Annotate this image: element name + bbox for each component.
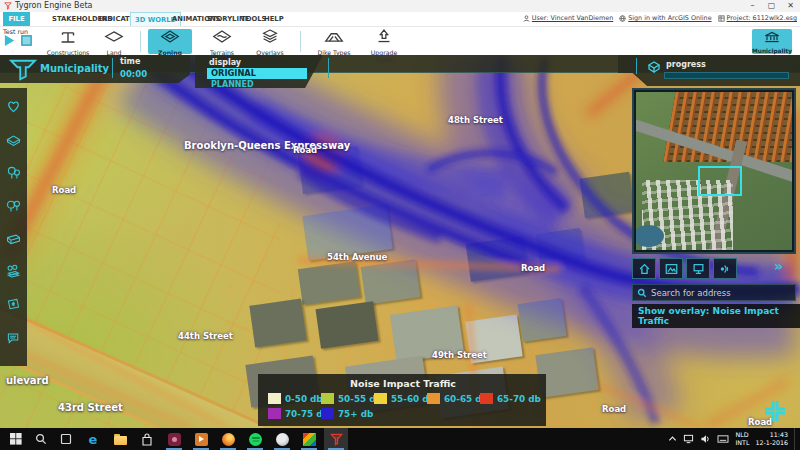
zoning-button[interactable]: Zoning	[148, 29, 192, 54]
user-link[interactable]: User: Vincent VanDiemen	[523, 14, 613, 22]
system-tray: NLD INTL 11:43 12-1-2016	[668, 428, 797, 450]
overlay-toast: Show overlay: Noise Impact Traffic	[632, 304, 800, 328]
coins-icon[interactable]	[5, 263, 22, 280]
street-label-49th: 49th Street	[432, 350, 487, 360]
stop-button[interactable]	[20, 34, 33, 47]
home-view-button[interactable]	[632, 258, 656, 279]
budget-icon[interactable]	[5, 296, 22, 313]
road-label: Road	[602, 404, 626, 414]
display-option-planned[interactable]: PLANNED	[211, 80, 254, 89]
task-view-icon	[60, 433, 72, 445]
tygron-engine-window: Road Brooklyn-Queens Expressway Road 48t…	[0, 0, 800, 450]
project-link[interactable]: Project: 6112wlk2.esg	[718, 14, 797, 22]
clock[interactable]: 11:43 12-1-2016	[755, 431, 788, 447]
hud-time-block: time 00:00	[120, 57, 147, 79]
upgrade-types-icon	[373, 29, 395, 44]
sound-button[interactable]	[713, 258, 737, 279]
road-label: Road	[293, 145, 317, 155]
terrains-label: Terrains	[200, 49, 244, 56]
address-search[interactable]: Search for address	[632, 284, 796, 301]
spotify-icon	[249, 433, 262, 446]
firefox-app[interactable]	[216, 428, 240, 450]
furniture-icon[interactable]	[5, 230, 22, 247]
forest-icon[interactable]	[5, 197, 22, 214]
taskbar-search-button[interactable]	[29, 428, 53, 450]
overlays-button[interactable]: Overlays	[248, 29, 292, 54]
project-label: Project: 6112wlk2.esg	[727, 14, 797, 22]
map-image-button[interactable]	[659, 258, 683, 279]
edge-app[interactable]: e	[81, 428, 105, 450]
language-indicator[interactable]: NLD INTL	[735, 431, 749, 447]
minimize-button[interactable]: –	[743, 0, 762, 12]
photos-app[interactable]	[297, 428, 321, 450]
terrains-icon	[211, 29, 233, 44]
legend-label: 65-70 db	[497, 394, 541, 404]
edge-icon: e	[89, 432, 98, 447]
media-play-icon	[195, 433, 208, 446]
street-label-44th: 44th Street	[178, 331, 233, 341]
language-primary: NLD	[735, 431, 749, 439]
time-label: time	[120, 57, 147, 66]
gitkraken-app[interactable]	[162, 428, 186, 450]
active-stakeholder[interactable]: Municipality	[40, 63, 109, 74]
media-app[interactable]	[189, 428, 213, 450]
constructions-icon	[57, 29, 79, 44]
hud-separator	[328, 58, 329, 78]
dike-types-button[interactable]: Dike Types	[312, 29, 356, 54]
image-icon	[664, 262, 679, 276]
zoning-label: Zoning	[148, 49, 192, 56]
show-desktop-button[interactable]	[794, 428, 797, 450]
hud-stakeholder-panel: Municipality	[0, 55, 190, 83]
maximize-button[interactable]: ▢	[762, 0, 781, 12]
notes-app[interactable]	[270, 428, 294, 450]
legend-title: Noise Impact Traffic	[268, 378, 538, 389]
legend-rows: 0-50 db 50-55 db 55-60 db 60-65 db 65-70…	[268, 393, 538, 423]
network-icon[interactable]	[683, 434, 694, 444]
menu-file[interactable]: FILE	[3, 12, 30, 26]
display-label: display	[209, 58, 241, 67]
store-app[interactable]	[135, 428, 159, 450]
spotify-app[interactable]	[243, 428, 267, 450]
legend-item: 70-75 db	[268, 408, 321, 419]
upgrade-types-button[interactable]: Upgrade Types	[362, 29, 406, 54]
volume-icon[interactable]	[700, 434, 711, 444]
legend-item: 55-60 db	[374, 393, 427, 404]
municipality-toolbar-button[interactable]: Municipality	[752, 29, 792, 54]
minimap-image[interactable]	[636, 92, 792, 250]
arcgis-signin-link[interactable]: Sign in with ArcGIS Online	[619, 14, 711, 22]
screen-button[interactable]	[686, 258, 710, 279]
menu-help[interactable]: HELP	[260, 12, 288, 26]
compass-crosshair-icon[interactable]	[762, 398, 788, 424]
minimap-viewport-rect[interactable]	[698, 166, 742, 196]
close-button[interactable]: ✕	[781, 0, 800, 12]
tree-icon[interactable]	[5, 164, 22, 181]
heart-icon[interactable]	[5, 98, 22, 115]
touch-keyboard-icon[interactable]	[717, 434, 729, 444]
display-option-original[interactable]: ORIGINAL	[207, 68, 307, 79]
terrains-button[interactable]: Terrains	[200, 29, 244, 54]
file-explorer-app[interactable]	[108, 428, 132, 450]
land-button[interactable]: Land	[92, 29, 136, 54]
tygron-logo-icon	[8, 58, 38, 82]
tygron-app-icon	[4, 2, 12, 10]
start-button[interactable]	[4, 428, 28, 450]
user-label: User: Vincent VanDiemen	[532, 14, 613, 22]
window-title: Tygron Engine Beta	[15, 1, 92, 10]
windows-logo-icon	[10, 433, 22, 445]
messages-icon[interactable]	[5, 329, 22, 346]
constructions-button[interactable]: Constructions	[46, 29, 90, 54]
overlays-label: Overlays	[248, 49, 292, 56]
play-button[interactable]	[3, 34, 16, 47]
toolbar-separator	[300, 31, 301, 52]
expressway-label: Brooklyn-Queens Expressway	[184, 140, 350, 151]
hidden-icons-caret[interactable]	[668, 435, 677, 443]
search-icon	[35, 433, 47, 445]
tygron-app[interactable]	[324, 428, 348, 450]
land-icon[interactable]	[5, 131, 22, 148]
expand-minimap-chevron[interactable]: »	[774, 258, 783, 274]
task-view-button[interactable]	[54, 428, 78, 450]
dike-types-icon	[323, 29, 345, 44]
minimap-panel[interactable]	[632, 88, 796, 254]
hud-separator	[636, 58, 637, 74]
tygron-taskbar-icon	[330, 433, 343, 446]
